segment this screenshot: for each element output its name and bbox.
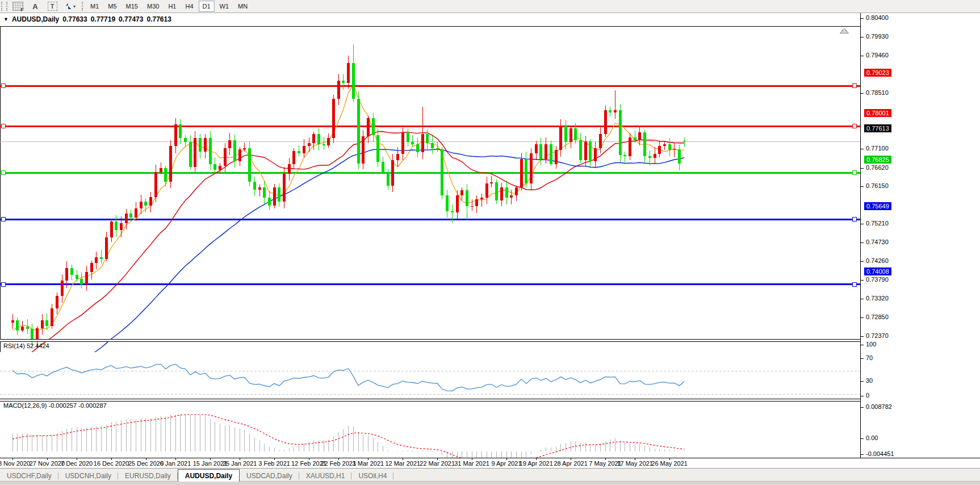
hline-resistance-line-0.78001[interactable] [0,124,860,128]
chart-tab-xauusd[interactable]: XAUUSD,H1 [299,470,352,482]
date-label: 27 Nov 2020 [30,460,65,467]
hline-support-line-0.74008[interactable] [0,282,860,286]
timeframe-h4[interactable]: H4 [181,1,197,12]
macd-label: MACD(12,26,9) -0.000257 -0.000287 [3,402,107,409]
chart-title: ▼ AUDUSD,Daily 0.77633 0.77719 0.77473 0… [3,15,171,23]
date-label: 22 Mar 2021 [420,460,455,467]
indicators-grid-glyph: F [12,2,23,11]
objects-glyph [64,3,72,10]
macd-tick-0.00: 0.00 [866,434,878,441]
axis-tick [861,37,864,37]
rsi-tick-70: 70 [866,354,873,361]
timeframe-mn[interactable]: MN [234,1,252,12]
axis-tick [861,93,864,94]
price-tick-0.72850: 0.72850 [866,313,889,320]
timeframe-h1[interactable]: H1 [164,1,180,12]
date-label: 31 Mar 2021 [454,460,489,467]
price-tick-0.77100: 0.77100 [866,145,889,152]
symbol-dropdown-icon[interactable]: ▼ [3,16,9,22]
axis-tick [861,454,864,455]
chart-shift-marker-icon [840,28,848,33]
axis-tick [861,56,864,56]
axis-tick [861,149,864,149]
rsi-tick-30: 30 [866,377,873,384]
chart-tab-usdcnh[interactable]: USDCNH,Daily [58,470,118,482]
price-tick-0.79930: 0.79930 [866,33,889,40]
axis-tick [861,407,864,408]
toolbar: F A T ▾ M1M5M15M30H1H4D1W1MN [0,0,980,13]
ohlc-high: 0.77719 [91,15,115,23]
timeframe-m5[interactable]: M5 [104,1,120,12]
chart-tab-usdchf[interactable]: USDCHF,Daily [0,470,58,482]
level-badge-0.75649: 0.75649 [864,202,891,210]
price-axis: 0.804000.799300.794600.785100.771000.766… [860,13,980,458]
chart-canvas[interactable] [0,26,860,352]
date-label: 19 Apr 2021 [520,460,553,467]
axis-tick [861,242,864,243]
chart-tab-usdcad[interactable]: USDCAD,Daily [240,470,299,482]
chevron-down-icon: ▾ [73,4,76,9]
date-label: 3 Feb 2021 [258,460,290,467]
chart-tab-eurusd[interactable]: EURUSD,Daily [118,470,178,482]
timeframe-group: M1M5M15M30H1H4D1W1MN [86,1,252,12]
status-bar [0,481,980,485]
hline-support-line-0.75649[interactable] [0,218,860,221]
date-label: 17 May 2021 [617,460,653,467]
axis-tick [861,345,864,345]
hline-support-line-0.76825[interactable] [0,171,860,175]
panel-separator-rsi[interactable] [0,339,980,342]
panel-separator-macd[interactable] [0,399,980,402]
timeframe-m1[interactable]: M1 [86,1,103,12]
ma-fast-line [12,85,684,331]
symbol-period-label: AUDUSD,Daily [12,15,59,23]
ma-mid-line [12,132,684,353]
axis-tick [861,299,864,299]
timeframe-m15[interactable]: M15 [122,1,142,12]
chart-tab-usoil[interactable]: USOil,H4 [351,470,393,482]
axis-tick [861,438,864,439]
date-label: 26 May 2021 [651,460,688,467]
axis-tick [861,186,864,187]
level-badge-0.76825: 0.76825 [864,156,891,164]
hline-resistance-line-0.79023[interactable] [0,84,860,88]
toolbar-separator [82,2,83,11]
date-label: 12 Mar 2021 [385,460,420,467]
axis-tick [861,336,864,337]
rsi-label: RSI(14) 52.4424 [3,342,49,349]
axis-tick [861,224,864,224]
rsi-tick-100: 100 [866,341,876,348]
level-badge-0.79023: 0.79023 [864,69,891,77]
timeframe-m30[interactable]: M30 [143,1,163,12]
axis-tick [861,18,864,19]
date-axis: 18 Nov 202027 Nov 20207 Dec 202016 Dec 2… [0,458,980,469]
rsi-tick-0: 0 [866,392,869,399]
tab-separator [393,473,393,479]
axis-tick [861,168,864,169]
ohlc-open: 0.77633 [62,15,87,23]
rsi-canvas[interactable] [0,354,860,412]
date-label: 9 Apr 2021 [491,460,521,467]
chart-tab-audusd[interactable]: AUDUSD,Daily [178,469,240,482]
candles-layer [11,44,686,346]
axis-tick [861,381,864,382]
level-badge-0.74008: 0.74008 [864,267,891,275]
axis-tick [861,317,864,318]
date-label: 6 Jan 2021 [160,460,191,467]
price-tick-0.76620: 0.76620 [866,164,889,171]
axis-tick [861,261,864,262]
macd-tick--0.004451: -0.004451 [866,450,894,457]
price-tick-0.72370: 0.72370 [866,332,889,339]
date-label: 16 Dec 2020 [94,460,129,467]
timeframe-w1[interactable]: W1 [216,1,233,12]
chart-tabbar: USDCHF,DailyUSDCNH,DailyEURUSD,DailyAUDU… [0,468,980,482]
price-tick-0.74260: 0.74260 [866,257,889,264]
date-label: 7 Dec 2020 [61,460,93,467]
text-label-icon[interactable]: T [44,1,60,12]
indicators-grid-icon[interactable]: F [10,1,26,12]
toolbar-grip[interactable] [1,2,7,11]
objects-icon[interactable]: ▾ [61,1,78,12]
font-a-icon[interactable]: A [27,1,43,12]
ma-slow-line [42,149,684,352]
timeframe-d1[interactable]: D1 [199,1,215,12]
date-label: 28 Apr 2021 [554,460,587,467]
